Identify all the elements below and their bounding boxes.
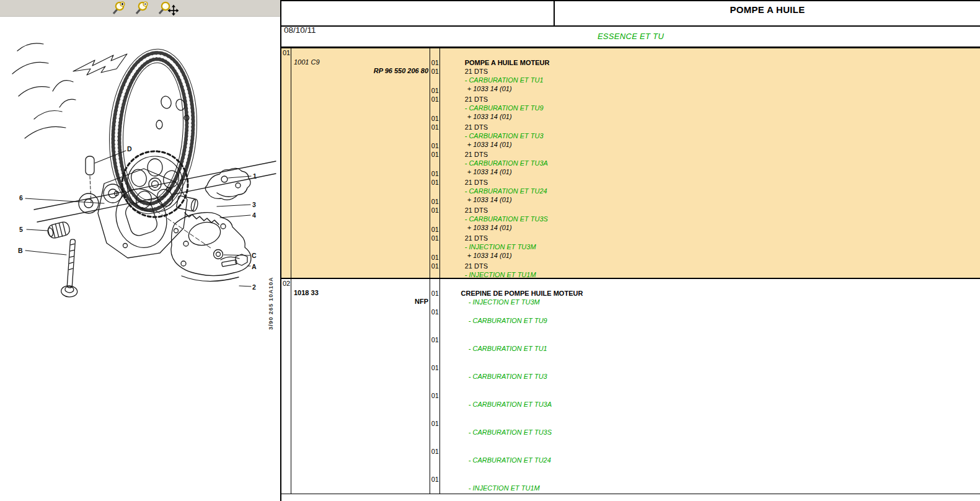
parts-line: 0121 DTS — [430, 114, 980, 123]
diagram-label-C: C — [252, 252, 257, 259]
parts-table-pane: 08/10/11 205F 1 10A 10A POMPE A HUILE ES… — [280, 0, 980, 501]
diagram-label-2: 2 — [252, 283, 256, 291]
diagram-label-6: 6 — [19, 194, 23, 202]
parts-line: 0121 DTS — [430, 58, 980, 67]
parts-line: + 1033 14 (01) — [430, 76, 980, 84]
parts-line: 01- INJECTION ET TU1M — [430, 262, 980, 270]
diagram-label-5: 5 — [19, 226, 23, 233]
strainer-cover-part — [171, 213, 251, 282]
rotation-arrow — [73, 54, 127, 75]
parts-line: + 1033 14 (01) — [430, 104, 980, 112]
part-number[interactable]: RP 96 550 206 80 — [374, 67, 428, 74]
parts-line: 01- CARBURATION ET TU3A — [430, 391, 980, 400]
quantity-cell: 01 — [430, 335, 439, 344]
diagram-label-D: D — [127, 145, 132, 153]
quantity-cell: 01 — [430, 419, 439, 428]
diagram-label-B: B — [18, 247, 23, 254]
parts-line: 01- CARBURATION ET TU24 — [430, 178, 980, 187]
quantity-cell: 01 — [430, 86, 439, 95]
parts-line: 0121 DTS — [430, 141, 980, 150]
parts-line-title: CREPINE DE POMPE HUILE MOTEUR — [430, 280, 980, 289]
zoom-out-button[interactable] — [135, 1, 149, 16]
parts-block-01: 01 1001 C9 RP 96 550 206 80 POMPE A HUIL… — [281, 48, 980, 279]
pin-part — [86, 156, 94, 203]
quantity-cell: 01 — [430, 169, 439, 178]
parts-line: 01- CARBURATION ET TU9 — [430, 308, 980, 316]
parts-line: 01- CARBURATION ET TU3 — [430, 123, 980, 131]
variant-lines-column: POMPE A HUILE MOTEUR 0121 DTS 01- CARBUR… — [430, 48, 980, 278]
part-reference-cell: 1018 33 NFP — [291, 279, 430, 494]
parts-line: + 1033 14 (01) — [430, 270, 980, 279]
item-number-cell: 01 — [281, 48, 291, 278]
oil-pump-exploded-diagram: D 1 6 3 4 5 B C A 2 3/90 265 10A10A — [0, 17, 280, 501]
quantity-cell: 01 — [430, 123, 439, 131]
parts-line: 01- INJECTION ET TU3M — [430, 289, 980, 298]
parts-line-text: - INJECTION ET TU3M — [469, 298, 540, 306]
quantity-cell: 01 — [430, 253, 439, 262]
part-number[interactable]: 1018 33 — [294, 289, 319, 296]
long-bolt-part — [61, 239, 81, 298]
diagram-pane: D 1 6 3 4 5 B C A 2 3/90 265 10A10A — [0, 0, 280, 501]
parts-line-text: - INJECTION ET TU1M — [469, 484, 540, 492]
quantity-cell: 01 — [430, 141, 439, 150]
page-title: POMPE A HUILE — [555, 1, 980, 25]
quantity-cell: 01 — [430, 225, 439, 234]
parts-line: + 1033 14 (01) — [430, 215, 980, 223]
variant-entries: 01- INJECTION ET TU3M 01- CARBURATION ET… — [430, 289, 980, 484]
quantity-cell: 01 — [430, 363, 439, 372]
parts-line: 01- CARBURATION ET TU9 — [430, 95, 980, 104]
parts-line: 01- CARBURATION ET TU3S — [430, 419, 980, 428]
quantity-cell: 01 — [430, 308, 439, 316]
parts-line-text: - CARBURATION ET TU3A — [469, 401, 552, 408]
variant-lines-column: CREPINE DE POMPE HUILE MOTEUR 01- INJECT… — [430, 279, 980, 494]
parts-block-02: 02 1018 33 NFP CREPINE DE POMPE HUILE MO… — [281, 279, 980, 494]
quantity-cell: 01 — [430, 475, 439, 484]
parts-line-text: - CARBURATION ET TU9 — [469, 317, 547, 324]
hex-bolt-part — [221, 254, 247, 267]
parts-line-text: - CARBURATION ET TU24 — [469, 456, 551, 464]
header-date: 08/10/11 — [284, 24, 551, 36]
diagram-label-A: A — [252, 263, 257, 270]
parts-catalog-window: D 1 6 3 4 5 B C A 2 3/90 265 10A10A 08/1… — [0, 0, 980, 501]
washer-part — [214, 250, 223, 259]
engine-family-label: ESSENCE ET TU — [598, 32, 664, 41]
knurled-bushing-part — [46, 221, 71, 239]
part-availability-note: NFP — [415, 298, 428, 305]
quantity-cell: 01 — [430, 58, 439, 67]
zoom-pan-button[interactable] — [157, 1, 179, 16]
zoom-in-icon — [112, 1, 126, 16]
zoom-toolbar — [0, 0, 280, 17]
plate-reference-text: 3/90 265 10A10A — [268, 277, 274, 330]
parts-line: + 1033 14 (01) — [430, 242, 980, 251]
item-number-cell: 02 — [281, 279, 291, 494]
diagram-label-1: 1 — [253, 172, 257, 180]
parts-line: 01- CARBURATION ET TU24 — [430, 447, 980, 456]
diagram-label-4: 4 — [252, 211, 256, 219]
quantity-cell: 01 — [430, 447, 439, 456]
parts-line: + 1033 14 (01) — [430, 187, 980, 195]
part-reference-cell: 1001 C9 RP 96 550 206 80 — [291, 48, 430, 278]
zoom-pan-icon — [157, 1, 179, 16]
quantity-cell: 01 — [430, 206, 439, 215]
parts-line: 01- CARBURATION ET TU3A — [430, 150, 980, 159]
zoom-out-icon — [135, 1, 149, 16]
parts-line-text: - CARBURATION ET TU1 — [469, 345, 547, 352]
engine-block-outline — [12, 43, 76, 138]
parts-line: + 1033 14 (01) — [430, 131, 980, 140]
pump-assembly-part — [205, 168, 250, 200]
header-reference-cell: 08/10/11 205F 1 10A 10A — [281, 1, 555, 25]
diagram-label-3: 3 — [252, 201, 256, 208]
parts-line: 01- CARBURATION ET TU1 — [430, 67, 980, 76]
parts-line: 01- CARBURATION ET TU3S — [430, 206, 980, 215]
part-ref-code: 1001 C9 — [294, 58, 320, 66]
parts-line-text: - CARBURATION ET TU3S — [469, 428, 552, 436]
parts-line: POMPE A HUILE MOTEUR — [430, 50, 980, 58]
quantity-cell: 01 — [430, 114, 439, 123]
parts-line-text: - CARBURATION ET TU3 — [469, 373, 547, 380]
quantity-cell: 01 — [430, 197, 439, 206]
quantity-cell: 01 — [430, 262, 439, 270]
parts-line: 0121 DTS — [430, 225, 980, 234]
quantity-cell: 01 — [430, 391, 439, 400]
zoom-in-button[interactable] — [112, 1, 126, 16]
parts-line: 01- CARBURATION ET TU1 — [430, 335, 980, 344]
